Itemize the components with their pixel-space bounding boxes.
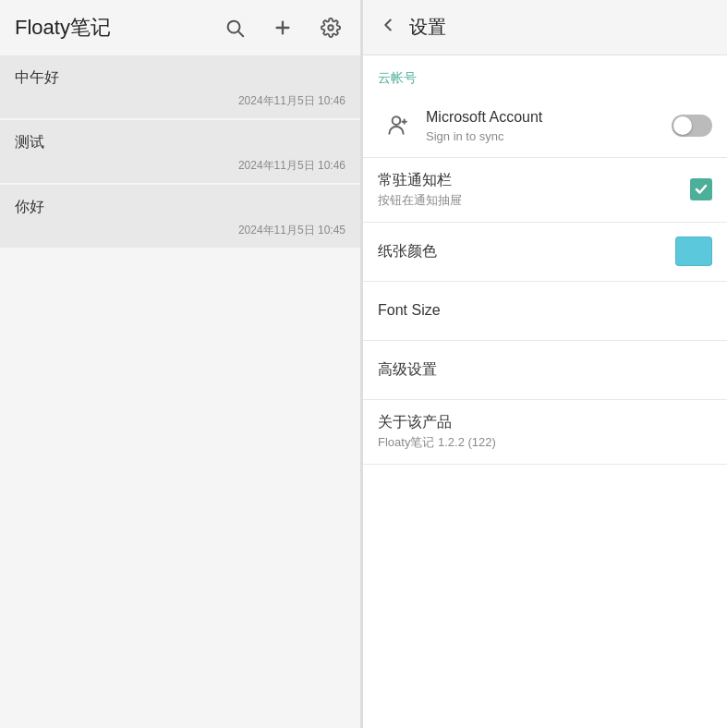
note-item-2[interactable]: 你好 2024年11月5日 10:45 [0,185,360,248]
note-date-1: 2024年11月5日 10:46 [15,158,345,174]
paper-color-swatch[interactable] [675,237,712,266]
notification-title: 常驻通知栏 [378,171,690,190]
note-item-0[interactable]: 中午好 2024年11月5日 10:46 [0,55,360,118]
back-button[interactable] [378,15,398,40]
microsoft-account-subtitle: Sign in to sync [426,129,672,143]
advanced-settings-text: 高级设置 [378,360,712,380]
right-panel: 设置 云帐号 Microsoft Account Sign in to sync [363,0,727,728]
paper-color-control [675,237,712,266]
paper-color-text: 纸张颜色 [378,242,675,261]
svg-line-1 [238,31,243,36]
microsoft-toggle-container [672,115,712,137]
left-panel: Floaty笔记 中 [0,0,360,728]
svg-point-4 [328,25,333,30]
svg-point-5 [393,116,401,125]
settings-title: 设置 [409,15,446,40]
note-date-0: 2024年11月5日 10:46 [15,93,345,109]
header-icons [220,13,345,42]
note-title-0: 中午好 [15,68,345,88]
advanced-settings-title: 高级设置 [378,360,712,380]
settings-header: 设置 [363,0,727,55]
note-title-1: 测试 [15,133,345,152]
left-header: Floaty笔记 [0,0,360,55]
about-subtitle: Floaty笔记 1.2.2 (122) [378,434,712,451]
font-size-text: Font Size [378,301,712,321]
settings-button[interactable] [316,13,345,42]
note-title-2: 你好 [15,198,345,217]
search-button[interactable] [220,13,249,42]
settings-list: 云帐号 Microsoft Account Sign in to sync [363,55,727,728]
font-size-title: Font Size [378,301,712,321]
microsoft-account-text: Microsoft Account Sign in to sync [426,108,672,143]
microsoft-account-item[interactable]: Microsoft Account Sign in to sync [363,94,727,158]
note-item-1[interactable]: 测试 2024年11月5日 10:46 [0,120,360,183]
cloud-section-header: 云帐号 [363,55,727,94]
notes-list: 中午好 2024年11月5日 10:46 测试 2024年11月5日 10:46… [0,55,360,728]
paper-color-item[interactable]: 纸张颜色 [363,223,727,282]
note-date-2: 2024年11月5日 10:45 [15,223,345,238]
notification-item[interactable]: 常驻通知栏 按钮在通知抽屉 [363,158,727,223]
notification-checkbox-container [690,178,712,200]
microsoft-toggle[interactable] [672,115,712,137]
add-note-button[interactable] [268,13,297,42]
paper-color-title: 纸张颜色 [378,242,675,261]
app-title: Floaty笔记 [15,14,220,42]
notification-subtitle: 按钮在通知抽屉 [378,192,690,209]
notification-text: 常驻通知栏 按钮在通知抽屉 [378,171,690,209]
notification-checkbox[interactable] [690,178,712,200]
microsoft-account-title: Microsoft Account [426,108,672,127]
about-text: 关于该产品 Floaty笔记 1.2.2 (122) [378,413,712,451]
advanced-settings-item[interactable]: 高级设置 [363,341,727,400]
toggle-knob [673,116,692,135]
microsoft-account-icon [378,107,415,144]
font-size-item[interactable]: Font Size [363,282,727,341]
about-title: 关于该产品 [378,413,712,432]
about-item[interactable]: 关于该产品 Floaty笔记 1.2.2 (122) [363,400,727,465]
